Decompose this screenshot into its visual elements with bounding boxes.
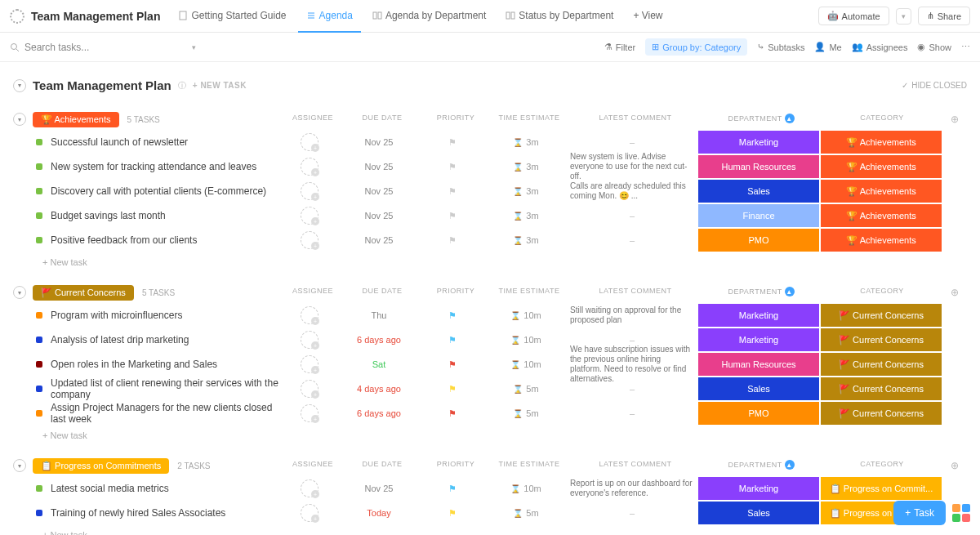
new-task-fab[interactable]: + Task	[893, 501, 946, 525]
department-tag[interactable]: Marketing	[698, 131, 819, 154]
assignee-cell[interactable]	[281, 231, 338, 249]
due-date-cell[interactable]: Nov 25	[338, 235, 420, 245]
group-collapse-icon[interactable]: ▾	[13, 459, 26, 472]
task-row[interactable]: Positive feedback from our clients Nov 2…	[0, 228, 980, 252]
due-date-cell[interactable]: Sat	[338, 359, 420, 369]
category-tag[interactable]: 🏆 Achievements	[821, 204, 942, 227]
status-dot[interactable]	[36, 237, 42, 243]
comment-cell[interactable]: –	[567, 408, 697, 418]
task-row[interactable]: Budget savings last month Nov 25 ⚑ ⌛3m –…	[0, 203, 980, 228]
due-date-cell[interactable]: 6 days ago	[338, 335, 420, 345]
category-tag[interactable]: 🚩 Current Concerns	[821, 402, 942, 425]
group-pill[interactable]: 🏆 Achievements	[33, 112, 119, 127]
due-date-cell[interactable]: Thu	[338, 310, 420, 320]
assignee-cell[interactable]	[281, 479, 338, 497]
view-tab-getting-started[interactable]: Getting Started Guide	[170, 0, 294, 33]
assignee-cell[interactable]	[281, 182, 338, 200]
due-date-cell[interactable]: Nov 25	[338, 211, 420, 221]
priority-cell[interactable]: ⚑	[420, 162, 485, 172]
assignee-cell[interactable]	[281, 504, 338, 522]
category-tag[interactable]: 🏆 Achievements	[821, 180, 942, 203]
automate-button[interactable]: 🤖 Automate	[818, 7, 889, 25]
add-column-icon[interactable]: ⊕	[942, 460, 967, 471]
priority-cell[interactable]: ⚑	[420, 508, 485, 519]
priority-cell[interactable]: ⚑	[420, 335, 485, 346]
category-tag[interactable]: 🚩 Current Concerns	[821, 328, 942, 351]
time-estimate-cell[interactable]: ⌛10m	[485, 359, 567, 369]
group-collapse-icon[interactable]: ▾	[13, 286, 26, 299]
comment-cell[interactable]: New system is live. Advise everyone to u…	[567, 150, 697, 183]
time-estimate-cell[interactable]: ⌛5m	[485, 408, 567, 418]
due-date-cell[interactable]: Nov 25	[338, 162, 420, 172]
comment-cell[interactable]: Still waiting on approval for the propos…	[567, 304, 697, 327]
search-box[interactable]: Search tasks... ▾	[10, 42, 604, 53]
department-tag[interactable]: Sales	[698, 502, 819, 524]
assignee-cell[interactable]	[281, 404, 338, 422]
task-row[interactable]: Training of newly hired Sales Associates…	[0, 501, 980, 525]
assignee-cell[interactable]	[281, 207, 338, 225]
task-title[interactable]: Analysis of latest drip marketing	[51, 334, 281, 346]
time-estimate-cell[interactable]: ⌛3m	[485, 137, 567, 147]
status-dot[interactable]	[36, 386, 42, 392]
automate-chevron[interactable]: ▾	[896, 8, 911, 25]
time-estimate-cell[interactable]: ⌛3m	[485, 162, 567, 172]
me-button[interactable]: 👤Me	[814, 42, 841, 52]
due-date-cell[interactable]: 4 days ago	[338, 384, 420, 394]
add-column-icon[interactable]: ⊕	[942, 287, 967, 298]
new-task-header-button[interactable]: + NEW TASK	[193, 81, 247, 90]
time-estimate-cell[interactable]: ⌛10m	[485, 310, 567, 320]
comment-cell[interactable]: –	[567, 137, 697, 147]
task-row[interactable]: New system for tracking attendance and l…	[0, 154, 980, 179]
task-row[interactable]: Successful launch of newsletter Nov 25 ⚑…	[0, 130, 980, 154]
comment-cell[interactable]: Calls are already scheduled this coming …	[567, 180, 697, 203]
apps-fab[interactable]	[952, 504, 970, 522]
hide-closed-button[interactable]: ✓ HIDE CLOSED	[902, 81, 967, 90]
task-title[interactable]: Open roles in the Marketing and Sales	[51, 359, 281, 370]
view-tab-agenda[interactable]: Agenda	[298, 0, 361, 33]
status-dot[interactable]	[36, 410, 42, 417]
subtasks-button[interactable]: ⤷Subtasks	[757, 42, 804, 52]
group-collapse-icon[interactable]: ▾	[13, 113, 26, 126]
department-tag[interactable]: Sales	[698, 180, 819, 203]
priority-cell[interactable]: ⚑	[420, 310, 485, 321]
task-title[interactable]: Training of newly hired Sales Associates	[51, 507, 281, 519]
priority-cell[interactable]: ⚑	[420, 484, 485, 494]
view-tab-agenda-dept[interactable]: Agenda by Department	[364, 0, 494, 33]
status-dot[interactable]	[36, 163, 42, 170]
category-tag[interactable]: 🚩 Current Concerns	[821, 353, 942, 376]
task-row[interactable]: Updated list of client renewing their se…	[0, 377, 980, 401]
new-task-row[interactable]: + New task	[0, 252, 980, 272]
priority-cell[interactable]: ⚑	[420, 211, 485, 221]
group-by-button[interactable]: ⊞Group by: Category	[645, 38, 747, 56]
department-tag[interactable]: PMO	[698, 402, 819, 425]
status-dot[interactable]	[36, 188, 42, 194]
due-date-cell[interactable]: Nov 25	[338, 484, 420, 493]
task-title[interactable]: Updated list of client renewing their se…	[51, 377, 281, 400]
assignee-cell[interactable]	[281, 355, 338, 373]
more-button[interactable]: ⋯	[961, 42, 970, 52]
department-tag[interactable]: Marketing	[698, 328, 819, 351]
task-title[interactable]: Budget savings last month	[51, 210, 281, 221]
assignee-cell[interactable]	[281, 158, 338, 176]
time-estimate-cell[interactable]: ⌛3m	[485, 211, 567, 221]
new-task-row[interactable]: + New task	[0, 426, 980, 445]
category-tag[interactable]: 📋 Progress on Commit...	[821, 477, 942, 500]
assignee-cell[interactable]	[281, 133, 338, 151]
department-tag[interactable]: Marketing	[698, 477, 819, 500]
collapse-all-icon[interactable]: ▾	[13, 79, 26, 92]
category-tag[interactable]: 🚩 Current Concerns	[821, 304, 942, 327]
task-title[interactable]: Program with microinfluencers	[51, 310, 281, 321]
assignee-cell[interactable]	[281, 306, 338, 324]
due-date-cell[interactable]: Today	[338, 508, 420, 518]
status-dot[interactable]	[36, 510, 42, 516]
time-estimate-cell[interactable]: ⌛5m	[485, 384, 567, 394]
department-tag[interactable]: Human Resources	[698, 155, 819, 178]
comment-cell[interactable]: –	[567, 235, 697, 245]
share-button[interactable]: ⋔ Share	[918, 7, 970, 25]
department-tag[interactable]: Sales	[698, 377, 819, 400]
status-dot[interactable]	[36, 139, 42, 145]
time-estimate-cell[interactable]: ⌛5m	[485, 508, 567, 518]
department-tag[interactable]: Finance	[698, 204, 819, 227]
department-tag[interactable]: PMO	[698, 229, 819, 252]
priority-cell[interactable]: ⚑	[420, 384, 485, 395]
